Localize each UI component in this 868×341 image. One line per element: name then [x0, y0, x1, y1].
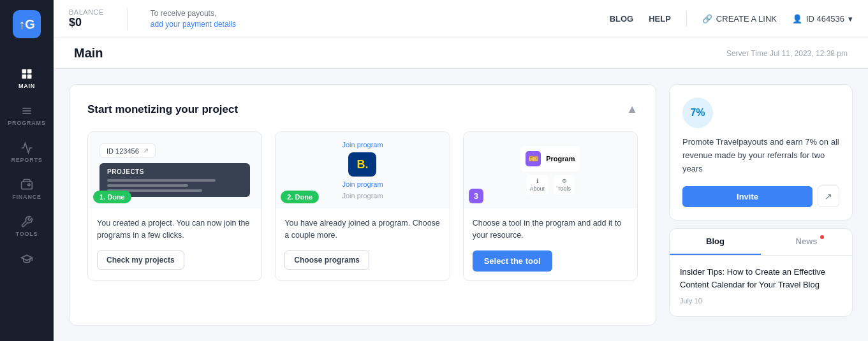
step-2-card: Join program B. Join program Join progra… — [275, 131, 450, 281]
sidebar-item-programs-label: PROGRAMS — [8, 120, 45, 126]
sidebar-item-finance-label: FINANCE — [12, 194, 41, 200]
sidebar-item-tools-label: TooLS — [16, 231, 38, 237]
step-1-desc: You created a project. You can now join … — [97, 217, 253, 242]
invite-button[interactable]: Invite — [682, 186, 813, 207]
choose-programs-button[interactable]: Choose programs — [284, 250, 369, 270]
sidebar-item-reports[interactable]: REPORTS — [0, 135, 54, 170]
server-time: Server Time Jul 11, 2023, 12:38 pm — [726, 49, 848, 58]
user-badge[interactable]: 👤 ID 464536 ▾ — [792, 14, 853, 24]
join-link-top[interactable]: Join program — [342, 141, 383, 149]
graduation-icon — [20, 252, 33, 265]
promo-percent: 7% — [682, 98, 713, 128]
step-3-desc: Choose a tool in the program and add it … — [473, 217, 628, 242]
step-1-preview: ID 123456 ↗ PROJECTS — [88, 132, 261, 208]
sidebar-item-education[interactable] — [0, 246, 54, 272]
svg-rect-2 — [22, 75, 27, 79]
join-link-middle[interactable]: Join program — [342, 180, 383, 188]
right-panel: 7% Promote Travelpayouts and earn 7% on … — [669, 84, 853, 326]
main-container: Balance $0 To receive payouts, add your … — [54, 0, 868, 341]
step-1-body: You created a project. You can now join … — [88, 208, 261, 279]
program-footer: ℹ About ⚙ Tools — [526, 175, 575, 194]
promo-text: Promote Travelpayouts and earn 7% on all… — [682, 136, 839, 175]
blog-link[interactable]: BLOG — [610, 14, 634, 24]
link-icon: 🔗 — [702, 14, 712, 24]
grid-icon — [20, 68, 33, 80]
chart-icon — [20, 141, 33, 154]
page-title: Main — [74, 46, 103, 61]
topbar-right: BLOG HELP 🔗 CREATE A LINK 👤 ID 464536 ▾ — [610, 11, 853, 27]
sidebar-item-main[interactable]: MAIN — [0, 61, 54, 96]
user-icon: 👤 — [792, 14, 802, 24]
program-label: Program — [546, 155, 575, 163]
topbar: Balance $0 To receive payouts, add your … — [54, 0, 868, 38]
article-date: July 10 — [680, 297, 702, 305]
id-chip: ID 123456 ↗ — [99, 143, 156, 158]
tab-blog[interactable]: Blog — [670, 229, 761, 255]
sidebar-item-reports-label: REPORTS — [11, 157, 42, 163]
share-icon-button[interactable]: ↗ — [818, 185, 839, 207]
content-area: Start monetizing your project ▲ ID 12345… — [54, 69, 868, 341]
article-title[interactable]: Insider Tips: How to Create an Effective… — [680, 266, 842, 291]
booking-logo: B. — [348, 152, 376, 177]
collapse-icon[interactable]: ▲ — [626, 103, 638, 116]
svg-rect-7 — [22, 182, 33, 189]
program-header: 🎫 Program — [520, 146, 580, 171]
invite-row: Invite ↗ — [682, 185, 839, 207]
topbar-divider-1 — [127, 8, 128, 31]
help-link[interactable]: HELP — [649, 14, 671, 24]
step-3-body: Choose a tool in the program and add it … — [464, 208, 637, 280]
create-link-label: CREATE A LINK — [716, 14, 777, 24]
sidebar: ↑G MAIN PROGRAMS REPORTS FIN — [0, 0, 54, 341]
tools-btn: ⚙ Tools — [554, 175, 575, 194]
create-link-button[interactable]: 🔗 CREATE A LINK — [702, 14, 777, 24]
share-icon: ↗ — [825, 191, 832, 201]
sidebar-item-finance[interactable]: FINANCE — [0, 172, 54, 207]
blog-content: Insider Tips: How to Create an Effective… — [670, 256, 852, 316]
step-2-body: You have already joined a program. Choos… — [276, 208, 449, 279]
svg-rect-1 — [27, 69, 32, 74]
page-header: Main Server Time Jul 11, 2023, 12:38 pm — [54, 38, 868, 69]
promo-card: 7% Promote Travelpayouts and earn 7% on … — [669, 84, 853, 221]
payout-text: To receive payouts, — [151, 9, 236, 18]
logo[interactable]: ↑G — [13, 10, 41, 38]
blog-news-card: Blog News Insider Tips: How to Create an… — [669, 228, 853, 317]
news-notification-dot — [820, 235, 824, 239]
payout-info: To receive payouts, add your payment det… — [151, 9, 236, 29]
news-tab-label: News — [796, 236, 818, 246]
step-2-desc: You have already joined a program. Choos… — [284, 217, 440, 242]
about-btn: ℹ About — [526, 175, 549, 194]
join-link-bottom[interactable]: Join program — [342, 192, 383, 200]
card-header: Start monetizing your project ▲ — [87, 103, 638, 116]
step-1-badge: 1. Done — [93, 191, 131, 203]
blog-tabs: Blog News — [670, 229, 852, 256]
check-projects-button[interactable]: Check my projects — [97, 250, 184, 270]
wallet-icon — [20, 178, 33, 191]
step-3-card: 🎫 Program ℹ About ⚙ Tools — [463, 131, 638, 281]
topbar-divider-2 — [686, 11, 687, 27]
cursor-icon: ↗ — [143, 147, 149, 155]
program-icon: 🎫 — [526, 151, 541, 166]
step-3-preview: 🎫 Program ℹ About ⚙ Tools — [464, 132, 637, 208]
balance-section: Balance $0 To receive payouts, add your … — [69, 8, 236, 31]
sidebar-item-programs[interactable]: PROGRAMS — [0, 98, 54, 133]
select-tool-button[interactable]: Select the tool — [473, 250, 552, 272]
card-title: Start monetizing your project — [87, 103, 238, 116]
tab-news[interactable]: News — [761, 229, 852, 255]
payout-link[interactable]: add your payment details — [151, 20, 236, 29]
list-icon — [20, 105, 33, 117]
main-card: Start monetizing your project ▲ ID 12345… — [69, 84, 656, 326]
user-id: ID 464536 — [806, 14, 844, 24]
chevron-down-icon: ▾ — [848, 14, 853, 24]
blog-tab-label: Blog — [706, 236, 725, 246]
balance-amount: $0 — [69, 16, 104, 29]
balance-info: Balance $0 — [69, 8, 104, 29]
sidebar-item-tools[interactable]: TooLS — [0, 209, 54, 243]
sidebar-item-main-label: MAIN — [18, 83, 35, 89]
svg-rect-0 — [22, 69, 27, 74]
svg-rect-3 — [27, 75, 32, 79]
step-1-card: ID 123456 ↗ PROJECTS — [87, 131, 262, 281]
step-2-badge: 2. Done — [281, 191, 319, 203]
sidebar-nav: MAIN PROGRAMS REPORTS FINANCE TooLS — [0, 61, 54, 272]
steps-grid: ID 123456 ↗ PROJECTS — [87, 131, 638, 281]
step-3-badge: 3 — [469, 189, 483, 203]
